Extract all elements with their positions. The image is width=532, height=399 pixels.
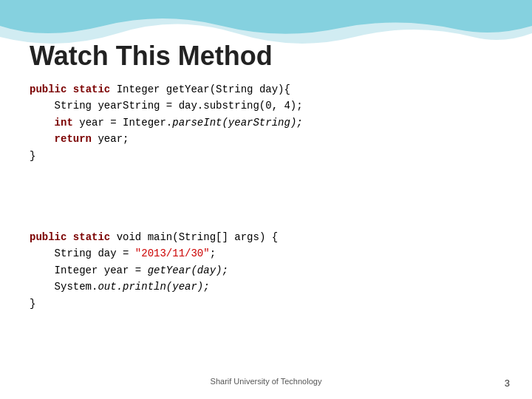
code-line-2: String yearString = day.substring(0, 4);	[30, 98, 502, 114]
page-number: 3	[505, 378, 510, 389]
code-line-3: int year = Integer.parseInt(yearString);	[30, 115, 502, 131]
code-line-9: System.out.println(year);	[30, 279, 502, 295]
code-line-1: public static Integer getYear(String day…	[30, 81, 502, 98]
code-line-6: public static void main(String[] args) {	[30, 229, 502, 245]
footer-text: Sharif University of Technology	[0, 377, 532, 386]
code-block-1: public static Integer getYear(String day…	[30, 81, 502, 164]
code-line-5: }	[30, 148, 502, 164]
code-line-10: }	[30, 296, 502, 312]
code-block-2: public static void main(String[] args) {…	[30, 229, 502, 312]
code-line-8: Integer year = getYear(day);	[30, 262, 502, 279]
code-line-7: String day = "2013/11/30";	[30, 245, 502, 262]
slide-title: Watch This Method	[30, 41, 273, 72]
code-line-4: return year;	[30, 131, 502, 147]
slide-container: Watch This Method public static Integer …	[0, 0, 532, 399]
